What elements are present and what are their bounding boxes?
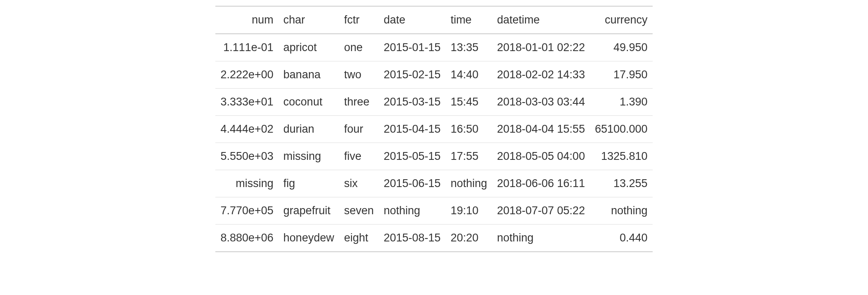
cell-time: nothing	[446, 170, 492, 197]
cell-datetime: 2018-03-03 03:44	[492, 89, 590, 116]
cell-date: 2015-01-15	[379, 34, 446, 61]
cell-fctr: four	[339, 116, 379, 143]
cell-datetime: 2018-07-07 05:22	[492, 197, 590, 225]
cell-time: 16:50	[446, 116, 492, 143]
cell-date: nothing	[379, 197, 446, 225]
cell-datetime: 2018-01-01 02:22	[492, 34, 590, 61]
cell-char: banana	[278, 61, 339, 89]
cell-datetime: 2018-06-06 16:11	[492, 170, 590, 197]
cell-currency: 0.440	[590, 225, 653, 252]
cell-char: coconut	[278, 89, 339, 116]
cell-datetime: 2018-02-02 14:33	[492, 61, 590, 89]
cell-currency: 13.255	[590, 170, 653, 197]
cell-date: 2015-05-15	[379, 143, 446, 170]
cell-currency: 65100.000	[590, 116, 653, 143]
cell-char: durian	[278, 116, 339, 143]
cell-time: 17:55	[446, 143, 492, 170]
cell-fctr: five	[339, 143, 379, 170]
cell-fctr: seven	[339, 197, 379, 225]
cell-num: 3.333e+01	[215, 89, 278, 116]
cell-currency: 49.950	[590, 34, 653, 61]
cell-num: 2.222e+00	[215, 61, 278, 89]
cell-num: 7.770e+05	[215, 197, 278, 225]
cell-time: 20:20	[446, 225, 492, 252]
col-header-currency: currency	[590, 6, 653, 34]
col-header-char: char	[278, 6, 339, 34]
cell-datetime: nothing	[492, 225, 590, 252]
cell-fctr: two	[339, 61, 379, 89]
cell-fctr: six	[339, 170, 379, 197]
table-row: 4.444e+02 durian four 2015-04-15 16:50 2…	[215, 116, 652, 143]
cell-date: 2015-06-15	[379, 170, 446, 197]
cell-datetime: 2018-05-05 04:00	[492, 143, 590, 170]
cell-time: 14:40	[446, 61, 492, 89]
cell-time: 13:35	[446, 34, 492, 61]
table-row: 3.333e+01 coconut three 2015-03-15 15:45…	[215, 89, 652, 116]
cell-fctr: eight	[339, 225, 379, 252]
header-row: num char fctr date time datetime currenc…	[215, 6, 652, 34]
cell-char: apricot	[278, 34, 339, 61]
col-header-num: num	[215, 6, 278, 34]
cell-char: grapefruit	[278, 197, 339, 225]
table-row: 2.222e+00 banana two 2015-02-15 14:40 20…	[215, 61, 652, 89]
col-header-fctr: fctr	[339, 6, 379, 34]
cell-date: 2015-04-15	[379, 116, 446, 143]
cell-num: 1.111e-01	[215, 34, 278, 61]
cell-currency: 1325.810	[590, 143, 653, 170]
table-row: 5.550e+03 missing five 2015-05-15 17:55 …	[215, 143, 652, 170]
cell-time: 15:45	[446, 89, 492, 116]
cell-char: fig	[278, 170, 339, 197]
cell-num: 8.880e+06	[215, 225, 278, 252]
col-header-time: time	[446, 6, 492, 34]
col-header-datetime: datetime	[492, 6, 590, 34]
cell-num: 5.550e+03	[215, 143, 278, 170]
table-row: 7.770e+05 grapefruit seven nothing 19:10…	[215, 197, 652, 225]
cell-datetime: 2018-04-04 15:55	[492, 116, 590, 143]
cell-fctr: one	[339, 34, 379, 61]
cell-char: missing	[278, 143, 339, 170]
cell-date: 2015-02-15	[379, 61, 446, 89]
data-table: num char fctr date time datetime currenc…	[215, 6, 652, 252]
cell-currency: 1.390	[590, 89, 653, 116]
table-row: missing fig six 2015-06-15 nothing 2018-…	[215, 170, 652, 197]
table-row: 1.111e-01 apricot one 2015-01-15 13:35 2…	[215, 34, 652, 61]
cell-char: honeydew	[278, 225, 339, 252]
cell-date: 2015-03-15	[379, 89, 446, 116]
cell-time: 19:10	[446, 197, 492, 225]
cell-date: 2015-08-15	[379, 225, 446, 252]
table-row: 8.880e+06 honeydew eight 2015-08-15 20:2…	[215, 225, 652, 252]
cell-currency: nothing	[590, 197, 653, 225]
cell-fctr: three	[339, 89, 379, 116]
cell-currency: 17.950	[590, 61, 653, 89]
col-header-date: date	[379, 6, 446, 34]
cell-num: missing	[215, 170, 278, 197]
cell-num: 4.444e+02	[215, 116, 278, 143]
